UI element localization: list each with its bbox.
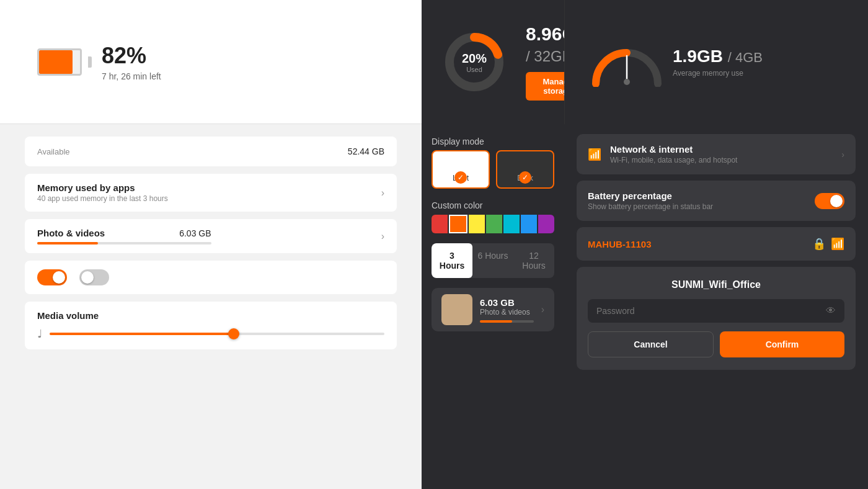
music-icon: ♩	[37, 327, 42, 341]
toggle-2-knob	[81, 271, 94, 284]
wifi-icon: 📶	[588, 148, 601, 161]
network-title: Network & internet	[610, 144, 737, 155]
battery-pct-toggle-knob	[830, 195, 843, 207]
password-input[interactable]	[596, 306, 826, 316]
volume-row: Media volume ♩	[25, 302, 397, 349]
volume-slider-container: ♩	[37, 327, 384, 341]
color-cyan[interactable]	[503, 215, 520, 233]
volume-slider-thumb[interactable]	[228, 328, 239, 339]
memory-apps-row[interactable]: Memory used by apps 40 app used memory i…	[25, 174, 397, 212]
mahub-row[interactable]: MAHUB-11103 🔒 📶	[577, 227, 856, 261]
hour-3[interactable]: 3 Hours	[432, 243, 472, 278]
password-input-row: 👁	[588, 299, 844, 323]
file-name: Photo & videos	[480, 308, 534, 316]
color-purple[interactable]	[538, 215, 554, 233]
photo-value: 6.03 GB	[179, 228, 211, 238]
donut-label: Used	[462, 66, 487, 73]
battery-pct-sub: Show battery percentage in status bar	[588, 202, 713, 211]
hours-selector: 3 Hours 6 Hours 12 Hours	[432, 243, 554, 278]
color-red[interactable]	[432, 215, 448, 233]
color-orange[interactable]	[449, 215, 467, 233]
battery-tip	[88, 56, 92, 68]
light-mode-option[interactable]: ✓ Light	[432, 150, 490, 189]
hour-12[interactable]: 12 Hours	[513, 243, 554, 278]
cancel-button[interactable]: Canncel	[588, 331, 714, 357]
battery-pct-row[interactable]: Battery percentage Show battery percenta…	[577, 181, 856, 221]
photo-progress-bar	[37, 242, 211, 244]
display-mode-options: ✓ Light ✓ Dark	[422, 150, 564, 189]
color-yellow[interactable]	[469, 215, 485, 233]
toggle-2[interactable]	[79, 269, 109, 285]
lock-icon: 🔒	[812, 237, 826, 251]
toggles-row	[25, 261, 397, 294]
file-progress-bar	[480, 320, 534, 323]
svg-point-3	[624, 79, 630, 85]
photo-row[interactable]: Photo & videos 6.03 GB ›	[25, 219, 397, 253]
memory-total: 4GB	[735, 50, 763, 65]
gauge-container	[590, 37, 658, 87]
battery-fill	[39, 50, 73, 74]
donut-percent: 20%	[462, 52, 487, 66]
network-left: 📶 Network & internet Wi-Fi, mobile, data…	[588, 144, 737, 164]
wifi-dialog-title: SUNMI_Wifi_Office	[588, 279, 844, 290]
donut-center-text: 20% Used	[462, 52, 487, 73]
battery-icon	[37, 48, 87, 76]
hour-6[interactable]: 6 Hours	[472, 243, 513, 278]
memory-widget: 1.9GB / 4GB Average memory use	[590, 37, 763, 87]
network-chevron: ›	[841, 150, 844, 159]
file-info: 6.03 GB Photo & videos	[480, 297, 534, 323]
photo-progress-fill	[37, 242, 98, 244]
volume-slider-fill	[50, 333, 234, 335]
dark-mode-option[interactable]: ✓ Dark	[496, 150, 554, 189]
dark-mode-check: ✓	[519, 171, 531, 184]
battery-stats-bar: 82% 7 hr, 26 min left	[0, 0, 422, 124]
storage-stats-bar: 20% Used 8.96GB / 32GB Manage storage	[422, 0, 564, 124]
gauge-svg	[590, 37, 664, 87]
battery-body	[37, 48, 82, 76]
right-panel: 1.9GB / 4GB Average memory use 📶 Network…	[564, 0, 868, 489]
middle-panel: 20% Used 8.96GB / 32GB Manage storage Di…	[422, 0, 564, 489]
memory-sub: Average memory use	[673, 69, 763, 78]
left-panel: 82% 7 hr, 26 min left Available 52.44 GB…	[0, 0, 422, 489]
confirm-button[interactable]: Confirm	[720, 331, 844, 357]
file-size: 6.03 GB	[480, 297, 534, 308]
network-row[interactable]: 📶 Network & internet Wi-Fi, mobile, data…	[577, 134, 856, 174]
display-mode-label: Display mode	[432, 137, 484, 146]
volume-slider-track[interactable]	[50, 333, 384, 335]
volume-label: Media volume	[37, 310, 384, 321]
color-bar[interactable]	[432, 215, 554, 233]
memory-info: 1.9GB / 4GB Average memory use	[673, 47, 763, 78]
donut-chart: 20% Used	[440, 28, 508, 96]
photo-chevron: ›	[381, 231, 384, 242]
toggle-1[interactable]	[37, 269, 67, 285]
settings-panel: Available 52.44 GB Memory used by apps 4…	[0, 124, 422, 489]
light-mode-check: ✓	[454, 171, 467, 184]
photo-title: Photo & videos	[37, 228, 105, 238]
eye-icon[interactable]: 👁	[826, 305, 836, 316]
color-green[interactable]	[486, 215, 502, 233]
network-sub: Wi-Fi, mobile, data usage, and hotspot	[610, 156, 737, 164]
memory-apps-chevron: ›	[381, 187, 384, 199]
mahub-name: MAHUB-11103	[588, 239, 652, 249]
memory-apps-title: Memory used by apps	[37, 182, 168, 193]
memory-used: 1.9GB	[673, 47, 723, 66]
wifi-dialog: SUNMI_Wifi_Office 👁 Canncel Confirm	[577, 267, 856, 370]
memory-value: 1.9GB / 4GB	[673, 47, 763, 66]
battery-pct-info: Battery percentage Show battery percenta…	[588, 191, 713, 211]
battery-time: 7 hr, 26 min left	[102, 71, 161, 81]
custom-color-label: Custom color	[432, 200, 482, 210]
available-label: Available	[37, 147, 70, 156]
battery-pct-toggle[interactable]	[815, 193, 844, 209]
file-chevron: ›	[541, 304, 544, 315]
file-row[interactable]: 6.03 GB Photo & videos ›	[432, 288, 554, 331]
color-row	[422, 215, 564, 243]
memory-stats-bar: 1.9GB / 4GB Average memory use	[564, 0, 868, 124]
dialog-buttons: Canncel Confirm	[588, 331, 844, 357]
file-thumbnail	[441, 294, 472, 325]
memory-apps-info: Memory used by apps 40 app used memory i…	[37, 182, 168, 203]
color-blue[interactable]	[521, 215, 537, 233]
photo-label-row: Photo & videos 6.03 GB	[37, 228, 211, 238]
dark-settings-list: 📶 Network & internet Wi-Fi, mobile, data…	[564, 124, 868, 489]
custom-color-header: Custom color	[422, 194, 564, 215]
mahub-icons: 🔒 📶	[812, 237, 844, 251]
